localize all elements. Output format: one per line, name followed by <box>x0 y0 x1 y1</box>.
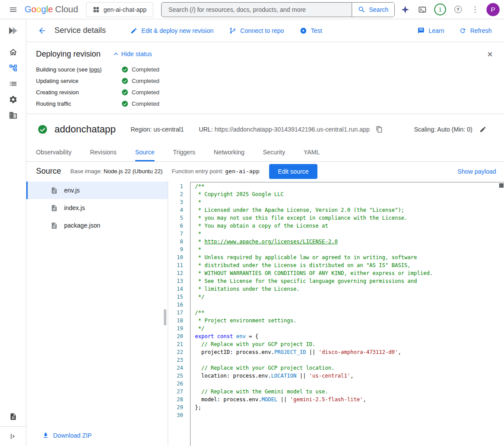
service-status-check-icon <box>38 125 47 134</box>
screen: Google Cloud gen-ai-chat-app Search 1 ? … <box>0 0 504 446</box>
code-lines: /** * Copyright 2025 Google LLC * * Lice… <box>191 182 504 419</box>
source-toolbar: Source Base image: Node.js 22 (Ubuntu 22… <box>26 162 504 181</box>
line-number: 20 <box>168 332 190 340</box>
tab-networking[interactable]: Networking <box>214 145 245 161</box>
nav-integrations[interactable] <box>0 92 26 107</box>
download-zip-button[interactable]: Download ZIP <box>42 432 92 439</box>
step-status-text: Completed <box>132 66 159 73</box>
file-icon <box>50 222 58 229</box>
file-item-package.json[interactable]: package.json <box>26 217 168 234</box>
cloud-wordmark: Cloud <box>55 4 78 14</box>
learn-button[interactable]: Learn <box>418 27 444 34</box>
services-tree-icon <box>9 64 18 72</box>
step-status-text: Completed <box>132 100 159 107</box>
project-selector[interactable]: gen-ai-chat-app <box>86 2 153 17</box>
file-panel: env.jsindex.jspackage.json Download ZIP <box>26 181 168 446</box>
edit-scaling-icon <box>479 126 486 133</box>
code-editor[interactable]: 1234567891011121314151617181920212223242… <box>168 181 504 446</box>
line-number: 11 <box>168 261 190 269</box>
code-line: * distributed under the License is distr… <box>195 261 504 269</box>
back-arrow-icon <box>38 26 47 35</box>
test-label: Test <box>311 27 322 34</box>
nav-home[interactable] <box>0 44 26 60</box>
gemini-button[interactable] <box>397 2 413 18</box>
step-label: Updating service <box>36 78 122 84</box>
line-number: 8 <box>168 238 190 246</box>
file-item-index.js[interactable]: index.js <box>26 199 168 217</box>
nav-services[interactable] <box>0 60 26 76</box>
search-button-label: Search <box>369 6 388 13</box>
release-notes-button[interactable] <box>0 407 26 426</box>
check-circle-icon <box>122 78 128 84</box>
code-line: // Replace with your GCP project locatio… <box>195 364 504 372</box>
code-line: * limitations under the License. <box>195 285 504 293</box>
code-line <box>195 301 504 309</box>
line-number: 21 <box>168 340 190 348</box>
line-number: 17 <box>168 309 190 317</box>
check-circle-icon <box>122 100 128 107</box>
step-status: Completed <box>122 66 159 73</box>
step-status: Completed <box>122 89 159 96</box>
file-list: env.jsindex.jspackage.json <box>26 181 168 234</box>
line-number: 25 <box>168 372 190 380</box>
line-number: 12 <box>168 269 190 277</box>
line-number: 6 <box>168 222 190 230</box>
line-number: 4 <box>168 206 190 214</box>
edit-source-button[interactable]: Edit source <box>269 164 317 179</box>
code-line: * Licensed under the Apache License, Ver… <box>195 206 504 214</box>
tab-security[interactable]: Security <box>263 145 285 161</box>
hide-status-button[interactable]: Hide status <box>112 50 152 58</box>
connect-repo-button[interactable]: Connect to repo <box>229 27 284 34</box>
back-button[interactable] <box>34 23 50 39</box>
code-line: * you may not use this file except in co… <box>195 214 504 222</box>
account-avatar[interactable]: P <box>486 3 500 16</box>
cloud-run-logo <box>0 19 26 42</box>
line-number: 9 <box>168 246 190 253</box>
deploy-panel-title: Deploying revision <box>36 50 101 59</box>
refresh-label: Refresh <box>470 27 492 34</box>
refresh-button[interactable]: Refresh <box>459 27 492 34</box>
tab-revisions[interactable]: Revisions <box>90 145 117 161</box>
close-panel-button[interactable]: ✕ <box>482 46 498 62</box>
more-options-button[interactable]: ⋮ <box>467 2 483 18</box>
search-button[interactable]: Search <box>352 3 394 17</box>
tab-source[interactable]: Source <box>135 145 155 161</box>
file-item-env.js[interactable]: env.js <box>26 182 168 199</box>
edit-scaling-button[interactable] <box>475 121 491 137</box>
gemini-sparkle-icon <box>401 5 410 14</box>
tab-observability[interactable]: Observability <box>36 145 72 161</box>
search-input[interactable] <box>162 3 352 17</box>
main-menu-button[interactable] <box>5 2 21 18</box>
cloud-shell-button[interactable] <box>414 2 430 18</box>
step-label: Routing traffic <box>36 100 122 107</box>
file-name: env.js <box>64 187 80 194</box>
file-name: package.json <box>64 222 101 229</box>
play-circle-icon <box>300 27 307 34</box>
nav-domains[interactable] <box>0 107 26 123</box>
left-nav <box>0 19 26 446</box>
logs-link[interactable]: logs <box>89 66 100 73</box>
file-panel-scrollbar[interactable] <box>164 309 166 325</box>
code-line: * <box>195 246 504 253</box>
test-button[interactable]: Test <box>300 27 322 34</box>
session-count-badge[interactable]: 1 <box>434 4 446 15</box>
learn-label: Learn <box>428 27 444 34</box>
nav-jobs[interactable] <box>0 76 26 92</box>
google-cloud-logo[interactable]: Google Cloud <box>25 4 78 14</box>
editor-scrollbar-thumb[interactable] <box>499 183 504 188</box>
collapse-nav-button[interactable] <box>0 427 26 446</box>
copy-url-button[interactable] <box>371 121 387 137</box>
code-line: // Replace with the Gemini model to use. <box>195 388 504 396</box>
show-payload-link[interactable]: Show payload <box>457 168 496 175</box>
edit-deploy-button[interactable]: Edit & deploy new revision <box>130 27 213 34</box>
tab-yaml[interactable]: YAML <box>303 145 320 161</box>
help-button[interactable]: ? <box>450 2 466 18</box>
line-number: 27 <box>168 388 190 396</box>
tab-triggers[interactable]: Triggers <box>173 145 195 161</box>
step-status-text: Completed <box>132 89 159 96</box>
deploy-step: Updating serviceCompleted <box>36 75 504 86</box>
source-heading: Source <box>36 167 61 176</box>
line-number: 2 <box>168 190 190 198</box>
service-region: Region: us-central1 <box>130 126 184 133</box>
deploy-step: Routing trafficCompleted <box>36 98 504 109</box>
